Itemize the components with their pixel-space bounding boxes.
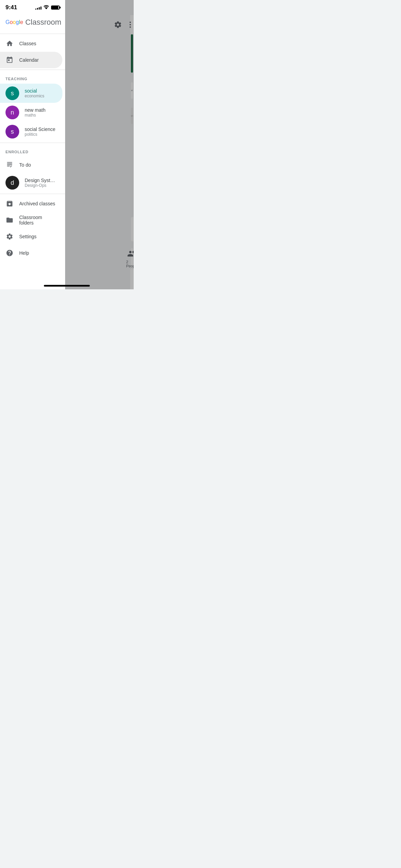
class-info-social: social economics xyxy=(25,88,44,98)
signal-bar-4 xyxy=(40,7,41,10)
signal-bars xyxy=(35,5,41,10)
avatar-newmath: n xyxy=(5,106,19,119)
battery-fill xyxy=(52,6,58,9)
folder-icon xyxy=(5,216,14,224)
nav-classes-label: Classes xyxy=(19,41,36,46)
nav-help-label: Help xyxy=(19,250,29,256)
avatar-design: D xyxy=(5,176,19,190)
signal-bar-3 xyxy=(39,7,40,10)
section-teaching: TEACHING xyxy=(0,71,65,84)
class-info-socialscience: social Science politics xyxy=(25,126,56,137)
nav-calendar-label: Calendar xyxy=(19,57,39,63)
wifi-icon xyxy=(44,5,49,10)
app-logo-area: Google Classroom xyxy=(0,15,65,32)
logo-classroom: Classroom xyxy=(25,18,61,27)
home-indicator xyxy=(44,285,90,287)
help-icon xyxy=(5,249,14,257)
navigation-drawer: 9:41 xyxy=(0,0,65,289)
class-item-social[interactable]: s social economics xyxy=(0,84,62,103)
nav-item-archived[interactable]: Archived classes xyxy=(0,195,62,212)
todo-icon xyxy=(5,161,14,169)
class-section-social: economics xyxy=(25,94,44,98)
battery-icon xyxy=(51,5,60,10)
class-item-socialscience[interactable]: s social Science politics xyxy=(0,122,62,141)
divider-bottom xyxy=(0,194,65,194)
divider-top xyxy=(0,34,65,34)
avatar-social: s xyxy=(5,86,19,100)
dim-overlay[interactable] xyxy=(65,0,134,289)
drawer-bottom-padding xyxy=(0,261,65,275)
class-name-social: social xyxy=(25,88,44,94)
class-section-newmath: maths xyxy=(25,113,46,118)
nav-archived-label: Archived classes xyxy=(19,201,55,206)
nav-item-classes[interactable]: Classes xyxy=(0,35,62,52)
home-icon xyxy=(5,39,14,48)
nav-item-settings[interactable]: Settings xyxy=(0,228,62,245)
class-info-newmath: new math maths xyxy=(25,107,46,118)
settings-nav-icon xyxy=(5,232,14,241)
signal-bar-2 xyxy=(37,8,38,10)
nav-todo-label: To do xyxy=(19,162,31,168)
class-name-newmath: new math xyxy=(25,107,46,113)
class-item-newmath[interactable]: n new math maths xyxy=(0,103,62,122)
signal-bar-1 xyxy=(35,9,36,10)
nav-item-help[interactable]: Help xyxy=(0,245,62,261)
app-logo: Google Classroom xyxy=(5,18,60,27)
divider-teaching xyxy=(0,70,65,70)
class-name-socialscience: social Science xyxy=(25,126,56,132)
logo-google: Google xyxy=(5,19,23,25)
class-item-design[interactable]: D Design Systems Design-Ops xyxy=(0,173,62,192)
nav-item-todo[interactable]: To do xyxy=(0,157,62,173)
nav-item-calendar[interactable]: Calendar xyxy=(0,52,62,68)
section-enrolled: ENROLLED xyxy=(0,144,65,157)
class-section-socialscience: politics xyxy=(25,132,56,137)
drawer-status-bar: 9:41 xyxy=(0,0,65,15)
avatar-socialscience: s xyxy=(5,125,19,138)
class-info-design: Design Systems Design-Ops xyxy=(25,178,57,188)
nav-folders-label: Classroom folders xyxy=(19,215,57,226)
calendar-icon xyxy=(5,56,14,64)
status-icons xyxy=(35,5,60,10)
divider-enrolled xyxy=(0,143,65,143)
status-time: 9:41 xyxy=(5,4,17,11)
archive-icon xyxy=(5,200,14,208)
class-section-design: Design-Ops xyxy=(25,183,57,188)
nav-settings-label: Settings xyxy=(19,234,37,239)
screen: class s, post ons 2 People 9:41 xyxy=(0,0,134,289)
class-name-design: Design Systems xyxy=(25,178,57,183)
nav-item-folders[interactable]: Classroom folders xyxy=(0,212,62,228)
